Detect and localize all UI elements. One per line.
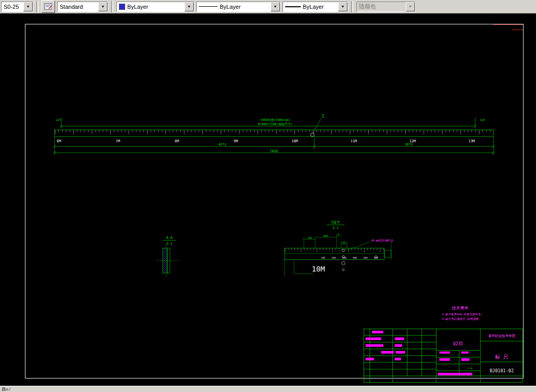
detail-aa: A-A 2:1 [156, 236, 180, 277]
dim-4372: 4372 [218, 142, 226, 146]
dim-400: 400 [323, 234, 328, 237]
linetype-value: ByLayer [220, 4, 240, 10]
chevron-down-icon[interactable]: ▼ [184, 2, 194, 11]
color-combo[interactable]: ByLayer ▼ [116, 2, 194, 12]
dim-right-end: 325 [480, 118, 485, 121]
detail-big-label: 10M [312, 265, 325, 273]
part-name: 标 尺 [494, 354, 508, 360]
drawing-number: BJ0101-02 [490, 368, 514, 373]
title-block: Q235 泰州职业技术学院 标 尺 BJ0101-02 1:10 [364, 329, 523, 383]
dim-style-value: S0-25 [2, 2, 23, 11]
toolbar-separator [36, 1, 38, 12]
tech-req-line1: 1.标尺板厚2mm,表面光滑平直; [442, 313, 483, 316]
svg-text:600: 600 [374, 256, 378, 259]
detail-i-scale: 2:1 [332, 226, 339, 230]
drawing: 6M7M8M9M10M11M12M13M 7900刻度=7000(mm) 8×9… [0, 13, 536, 386]
dim-58: 58 [342, 241, 345, 244]
drawing-frame [25, 24, 524, 379]
svg-text:200: 200 [331, 256, 336, 259]
status-bar: 昌o./ [0, 386, 536, 392]
text-style-value: Standard [58, 2, 98, 11]
chevron-down-icon[interactable]: ▼ [23, 2, 33, 11]
svg-text:9M: 9M [234, 139, 238, 143]
text-style-combo[interactable]: Standard ▼ [57, 2, 108, 12]
toolbar-separator [111, 1, 113, 12]
text-style-button[interactable] [42, 1, 55, 13]
plot-style-combo: 随颜色 ▼ [356, 2, 416, 12]
rivet-holes [342, 249, 378, 271]
svg-text:11M: 11M [351, 139, 357, 143]
svg-text:8M: 8M [175, 139, 179, 143]
color-swatch [119, 4, 125, 10]
svg-text:7M: 7M [116, 139, 120, 143]
detail-aa-scale: 2:1 [166, 241, 172, 246]
svg-text:500: 500 [364, 256, 368, 259]
dim-3072: 3072 [405, 142, 413, 146]
dim-190: 190 [307, 236, 312, 239]
revision-marks [493, 25, 523, 30]
text-style-icon [44, 3, 52, 10]
dim-style-combo[interactable]: S0-25 ▼ [1, 2, 33, 12]
tech-req-line2: 2.标尺为白底黑字,刻线清晰。 [442, 317, 481, 321]
detail-i-title: I放大 [331, 220, 340, 224]
dim-label-2: 8×900=7200(实际尺寸) [258, 122, 292, 126]
dim-left-end: 125 [56, 118, 61, 121]
school-name: 泰州职业技术学院 [488, 334, 516, 338]
tech-req-title: 技术要求 [451, 306, 468, 310]
detail-scale-numbers: 100200300400500600 [321, 256, 378, 259]
plot-style-value: 随颜色 [357, 2, 406, 11]
drawing-scale: 1:10 [467, 367, 473, 370]
material-label: Q235 [453, 342, 463, 346]
model-space-canvas[interactable]: 6M7M8M9M10M11M12M13M 7900刻度=7000(mm) 8×9… [0, 13, 536, 386]
chevron-down-icon[interactable]: ▼ [271, 2, 280, 11]
hole-note: 24-φ4沉头铆钉孔 [371, 239, 394, 242]
chevron-down-icon[interactable]: ▼ [338, 2, 347, 11]
linetype-combo[interactable]: ByLayer ▼ [196, 2, 280, 12]
tech-requirements: 技术要求 1.标尺板厚2mm,表面光滑平直; 2.标尺为白底黑字,刻线清晰。 [442, 306, 483, 321]
lineweight-combo[interactable]: ByLayer ▼ [283, 2, 348, 12]
svg-text:6M: 6M [57, 139, 61, 143]
detail-aa-title: A-A [166, 236, 173, 240]
status-text: 昌o./ [2, 387, 10, 391]
detail-marker-label: I [322, 114, 325, 119]
svg-text:100: 100 [321, 256, 325, 259]
chevron-down-icon[interactable]: ▼ [98, 2, 108, 11]
main-ruler-drawing: 6M7M8M9M10M11M12M13M 7900刻度=7000(mm) 8×9… [53, 114, 495, 155]
app-window: { "toolbar": { "dim_style": "S0-25", "te… [0, 0, 536, 392]
title-block-entries [366, 331, 472, 375]
properties-toolbar: S0-25 ▼ Standard ▼ ByLayer ▼ ByLayer ▼ B… [0, 0, 536, 13]
lineweight-value: ByLayer [303, 4, 324, 10]
svg-text:10M: 10M [291, 139, 298, 143]
dim-5: 5 [338, 233, 339, 236]
detail-i: I放大 2:1 190 400 5 58 24-φ4沉头铆钉孔 10020030… [285, 220, 394, 276]
linetype-sample-icon [199, 6, 218, 7]
svg-text:13M: 13M [468, 139, 475, 143]
ruler-ticks [55, 130, 490, 134]
dim-7450: 7450 [270, 149, 278, 153]
detail-ruler-ticks [285, 249, 383, 252]
chevron-down-icon: ▼ [406, 2, 415, 11]
toolbar-separator [351, 1, 353, 12]
detail-circle-marker [311, 133, 314, 137]
svg-text:400: 400 [353, 256, 357, 259]
color-value: ByLayer [127, 4, 148, 10]
lineweight-sample-icon [285, 6, 301, 7]
